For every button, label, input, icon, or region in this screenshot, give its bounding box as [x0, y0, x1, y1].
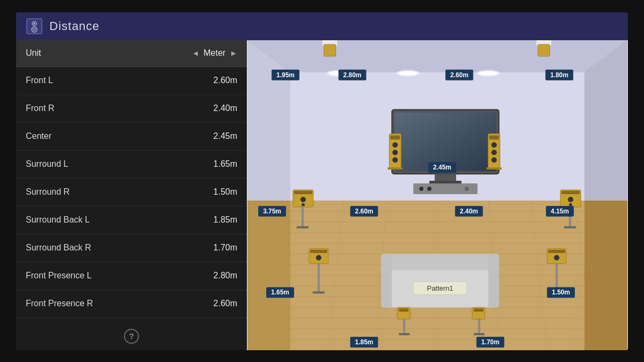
svg-marker-36 — [584, 200, 627, 350]
svg-rect-95 — [488, 254, 499, 307]
setting-value-5: 1.85m — [214, 215, 237, 225]
setting-row-1[interactable]: Front R 2.40m — [16, 95, 247, 123]
unit-row[interactable]: Unit ◄ Meter ► — [16, 40, 247, 67]
svg-rect-93 — [381, 254, 499, 270]
setting-name-1: Front R — [26, 104, 54, 113]
help-area: ? — [16, 322, 247, 350]
setting-row-0[interactable]: Front L 2.60m — [16, 67, 247, 95]
svg-rect-104 — [478, 318, 480, 334]
svg-text:2.40m: 2.40m — [460, 207, 478, 215]
svg-rect-73 — [561, 191, 580, 194]
svg-rect-0 — [27, 19, 42, 34]
setting-row-3[interactable]: Surround L 1.65m — [16, 151, 247, 179]
setting-value-7: 2.80m — [214, 271, 237, 280]
svg-rect-91 — [538, 44, 550, 56]
svg-rect-65 — [487, 167, 502, 169]
setting-value-6: 1.70m — [214, 243, 237, 253]
main-screen: Distance Unit ◄ Meter ► Front L 2.60m Fr… — [16, 12, 628, 350]
svg-rect-89 — [324, 44, 336, 56]
svg-point-64 — [492, 157, 497, 162]
svg-point-42 — [479, 71, 498, 75]
header: Distance — [16, 12, 628, 40]
setting-name-3: Surround L — [26, 159, 68, 169]
svg-rect-100 — [403, 318, 405, 334]
svg-text:2.45m: 2.45m — [433, 164, 451, 171]
svg-marker-35 — [247, 200, 290, 350]
room-diagram: Pattern1 1.95m 2.80m — [247, 40, 628, 350]
setting-name-6: Surround Back R — [26, 243, 91, 253]
svg-rect-79 — [310, 249, 327, 253]
svg-text:2.60m: 2.60m — [450, 71, 469, 78]
svg-point-80 — [316, 255, 321, 260]
svg-rect-84 — [548, 249, 565, 253]
setting-row-4[interactable]: Surround R 1.50m — [16, 179, 247, 206]
svg-rect-71 — [297, 226, 309, 228]
setting-name-8: Front Presence R — [26, 299, 93, 308]
settings-list: Front L 2.60m Front R 2.40m Center 2.45m… — [16, 67, 247, 322]
svg-text:1.50m: 1.50m — [552, 289, 570, 296]
svg-rect-101 — [399, 333, 409, 335]
page-title: Distance — [49, 19, 100, 33]
svg-point-57 — [392, 150, 398, 155]
svg-point-56 — [392, 142, 398, 147]
speaker-icon — [26, 18, 43, 35]
svg-rect-70 — [302, 205, 304, 227]
unit-left-arrow[interactable]: ◄ — [192, 49, 199, 57]
setting-row-6[interactable]: Surround Back R 1.70m — [16, 234, 247, 262]
svg-point-62 — [492, 142, 497, 147]
svg-text:1.80m: 1.80m — [550, 71, 568, 78]
setting-name-0: Front L — [26, 76, 53, 85]
svg-rect-67 — [294, 191, 312, 194]
setting-value-1: 2.40m — [214, 104, 237, 113]
svg-point-5 — [34, 29, 35, 30]
unit-value: Meter — [203, 48, 225, 58]
svg-point-53 — [465, 187, 469, 191]
setting-row-5[interactable]: Surround Back L 1.85m — [16, 206, 247, 234]
svg-point-51 — [419, 187, 423, 191]
svg-rect-55 — [390, 135, 400, 139]
svg-rect-99 — [399, 308, 408, 312]
unit-label: Unit — [26, 48, 41, 58]
setting-name-5: Surround Back L — [26, 215, 90, 225]
setting-value-8: 2.60m — [214, 299, 237, 308]
svg-point-2 — [33, 23, 35, 25]
svg-text:1.65m: 1.65m — [271, 289, 289, 296]
right-panel: Pattern1 1.95m 2.80m — [247, 40, 628, 350]
setting-row-7[interactable]: Front Presence L 2.80m — [16, 262, 247, 290]
left-panel: Unit ◄ Meter ► Front L 2.60m Front R 2.4… — [16, 40, 247, 350]
setting-name-2: Center — [26, 131, 52, 141]
help-button[interactable]: ? — [124, 329, 139, 344]
svg-point-58 — [392, 157, 398, 162]
svg-text:2.60m: 2.60m — [355, 207, 374, 215]
svg-point-52 — [427, 187, 431, 191]
svg-point-85 — [554, 255, 559, 260]
unit-control[interactable]: ◄ Meter ► — [192, 48, 237, 58]
svg-text:Pattern1: Pattern1 — [427, 284, 453, 292]
svg-rect-48 — [435, 174, 456, 182]
svg-text:1.85m: 1.85m — [355, 338, 374, 346]
setting-row-2[interactable]: Center 2.45m — [16, 123, 247, 151]
svg-rect-82 — [313, 291, 325, 293]
unit-right-arrow[interactable]: ► — [230, 49, 237, 57]
svg-text:1.95m: 1.95m — [276, 71, 295, 78]
setting-name-7: Front Presence L — [26, 271, 92, 280]
svg-text:2.80m: 2.80m — [343, 71, 362, 78]
svg-point-40 — [398, 71, 418, 75]
main-content: Unit ◄ Meter ► Front L 2.60m Front R 2.4… — [16, 40, 628, 350]
svg-text:4.15m: 4.15m — [551, 207, 569, 215]
svg-text:1.70m: 1.70m — [481, 338, 500, 346]
svg-point-68 — [301, 196, 306, 202]
svg-rect-61 — [489, 135, 499, 139]
setting-value-4: 1.50m — [214, 187, 237, 197]
svg-rect-59 — [387, 167, 402, 169]
setting-value-2: 2.45m — [214, 131, 237, 141]
setting-row-8[interactable]: Front Presence R 2.60m — [16, 290, 247, 318]
setting-value-0: 2.60m — [214, 76, 237, 85]
svg-rect-103 — [474, 308, 484, 312]
svg-rect-105 — [474, 333, 485, 335]
svg-text:3.75m: 3.75m — [263, 207, 281, 215]
svg-rect-81 — [318, 263, 320, 292]
setting-name-4: Surround R — [26, 187, 70, 197]
svg-rect-94 — [381, 254, 392, 307]
svg-point-63 — [492, 150, 497, 155]
